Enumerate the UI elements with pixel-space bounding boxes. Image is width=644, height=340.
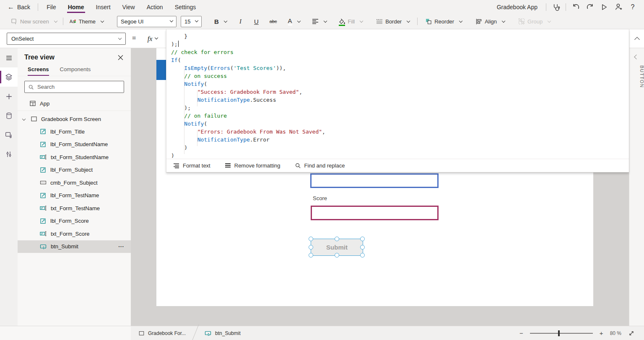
- rail-insert-icon[interactable]: [0, 87, 18, 106]
- rail-tree-view-icon[interactable]: [0, 67, 18, 87]
- tree-item-screen[interactable]: Gradebook Form Screen: [18, 113, 131, 125]
- selection-handle[interactable]: [335, 253, 339, 258]
- fill-button[interactable]: Fill: [335, 15, 366, 28]
- zoom-in-button[interactable]: +: [600, 330, 603, 337]
- rail-data-icon[interactable]: [0, 106, 18, 125]
- format-text-button[interactable]: Format text: [173, 162, 210, 169]
- selection-handle[interactable]: [309, 253, 313, 258]
- code-line: "Errors: Gradebook From Was Not Saved",: [171, 128, 629, 136]
- code-line: // check for errors: [171, 48, 629, 56]
- menu-item-home[interactable]: Home: [62, 0, 90, 14]
- app-checker-icon[interactable]: [549, 0, 563, 14]
- search-icon: [28, 84, 34, 90]
- indent-guide: [197, 130, 197, 146]
- tree-item-txt_Form_Score[interactable]: txt_Form_Score: [18, 227, 131, 240]
- bold-button[interactable]: B: [211, 15, 230, 28]
- rail-media-icon[interactable]: [0, 125, 18, 144]
- code-line: If(: [171, 56, 629, 64]
- breadcrumb-control[interactable]: btn_Submit: [197, 326, 248, 340]
- zoom-out-button[interactable]: −: [519, 330, 523, 337]
- text-input-testname[interactable]: [310, 173, 439, 188]
- svg-text:Aa: Aa: [70, 19, 75, 24]
- share-user-icon[interactable]: [611, 0, 626, 14]
- search-input[interactable]: [37, 84, 120, 90]
- menu-item-settings[interactable]: Settings: [169, 0, 202, 14]
- menu-item-action[interactable]: Action: [141, 0, 169, 14]
- tab-screens[interactable]: Screens: [28, 66, 49, 76]
- selection-handle[interactable]: [360, 237, 365, 241]
- indent-guide: [184, 67, 184, 154]
- tree-item-cmb_Form_Subject[interactable]: cmb_Form_Subject: [18, 176, 131, 189]
- font-family-select[interactable]: Segoe UI: [117, 16, 177, 27]
- menu-item-insert[interactable]: Insert: [90, 0, 117, 14]
- tree-item-txt_Form_StudentName[interactable]: txt_Form_StudentName: [18, 151, 131, 164]
- tree-item-label: lbl_Form_StudentName: [50, 141, 108, 147]
- tree-item-app[interactable]: App: [18, 97, 131, 110]
- zoom-slider-handle[interactable]: [558, 330, 560, 336]
- strikethrough-button[interactable]: abc: [266, 15, 280, 28]
- form-title-bar[interactable]: [156, 60, 166, 80]
- menu-item-view[interactable]: View: [117, 0, 141, 14]
- reorder-button[interactable]: Reorder: [422, 15, 465, 28]
- remove-formatting-button[interactable]: Remove formatting: [225, 162, 280, 169]
- selection-handle[interactable]: [309, 245, 313, 250]
- tree-item-lbl_Form_Title[interactable]: lbl_Form_Title: [18, 125, 131, 138]
- app-title: Gradebook App: [497, 4, 538, 10]
- italic-button[interactable]: I: [236, 15, 245, 28]
- undo-button[interactable]: [569, 0, 583, 14]
- code-line: Notify(: [171, 120, 629, 128]
- tree-view-panel: Tree view ScreensComponents App Gradeboo…: [18, 48, 131, 326]
- selection-handle[interactable]: [309, 237, 313, 241]
- play-preview-button[interactable]: [597, 0, 611, 14]
- fit-to-window-icon[interactable]: [628, 330, 635, 337]
- code-line: );: [171, 104, 629, 112]
- tree-item-btn_Submit[interactable]: btn_Submit...: [18, 240, 131, 253]
- zoom-slider[interactable]: [530, 333, 593, 334]
- theme-button[interactable]: Aa Theme: [66, 15, 107, 28]
- close-icon[interactable]: [116, 53, 125, 62]
- rail-advanced-tools-icon[interactable]: [0, 144, 18, 164]
- formula-code-editor[interactable]: });// check for errorsIf( IsEmpty(Errors…: [166, 29, 629, 159]
- align-button[interactable]: Align: [472, 15, 508, 28]
- chevron-down-icon[interactable]: [22, 117, 26, 121]
- font-color-button[interactable]: A: [285, 15, 304, 28]
- font-size-select[interactable]: 15: [181, 16, 202, 27]
- tree-item-lbl_Form_TestName[interactable]: lbl_Form_TestName: [18, 189, 131, 202]
- status-bar: Gradebook For...btn_Submit − + 80 %: [0, 326, 644, 340]
- new-screen-button[interactable]: New screen: [8, 15, 60, 28]
- rail-menu-icon[interactable]: [0, 48, 18, 67]
- fx-button[interactable]: fx: [141, 33, 164, 45]
- back-arrow-icon: ←: [8, 3, 14, 11]
- tab-components[interactable]: Components: [60, 66, 91, 76]
- find-and-replace-button[interactable]: Find and replace: [295, 162, 345, 169]
- selection-handle[interactable]: [360, 245, 365, 250]
- screen-icon: [138, 330, 145, 336]
- tree-item-label: lbl_Form_Title: [50, 129, 85, 135]
- text-align-button[interactable]: [309, 15, 330, 28]
- property-selector[interactable]: OnSelect: [7, 33, 126, 45]
- underline-button[interactable]: U: [251, 15, 262, 28]
- tree-item-lbl_Form_Score[interactable]: lbl_Form_Score: [18, 215, 131, 228]
- back-button[interactable]: ← Back: [6, 0, 35, 14]
- code-line: }: [171, 32, 629, 40]
- tree-item-lbl_Form_Subject[interactable]: lbl_Form_Subject: [18, 164, 131, 177]
- more-options-icon[interactable]: ...: [118, 242, 124, 248]
- group-button[interactable]: Group: [515, 15, 554, 28]
- selection-handle[interactable]: [335, 237, 339, 241]
- text-input-score[interactable]: [311, 206, 439, 220]
- code-line: // on success: [171, 72, 629, 80]
- breadcrumb-screen[interactable]: Gradebook For...: [131, 326, 193, 340]
- code-line: "Success: Gradebook Form Saved",: [171, 88, 629, 96]
- collapse-formula-bar-button[interactable]: [629, 29, 644, 48]
- indent-guide: [197, 90, 197, 106]
- tree-item-lbl_Form_StudentName[interactable]: lbl_Form_StudentName: [18, 138, 131, 151]
- border-button[interactable]: Border: [373, 15, 413, 28]
- redo-button[interactable]: [583, 0, 597, 14]
- submit-button-selection[interactable]: Submit: [311, 239, 363, 256]
- menu-item-file[interactable]: File: [41, 0, 62, 14]
- tree-item-txt_Form_TestName[interactable]: txt_Form_TestName: [18, 202, 131, 215]
- help-button[interactable]: ?: [626, 0, 640, 14]
- chevron-left-icon[interactable]: [634, 54, 639, 59]
- selection-handle[interactable]: [360, 253, 365, 258]
- collapsed-panel-label[interactable]: BUTTON: [629, 65, 644, 88]
